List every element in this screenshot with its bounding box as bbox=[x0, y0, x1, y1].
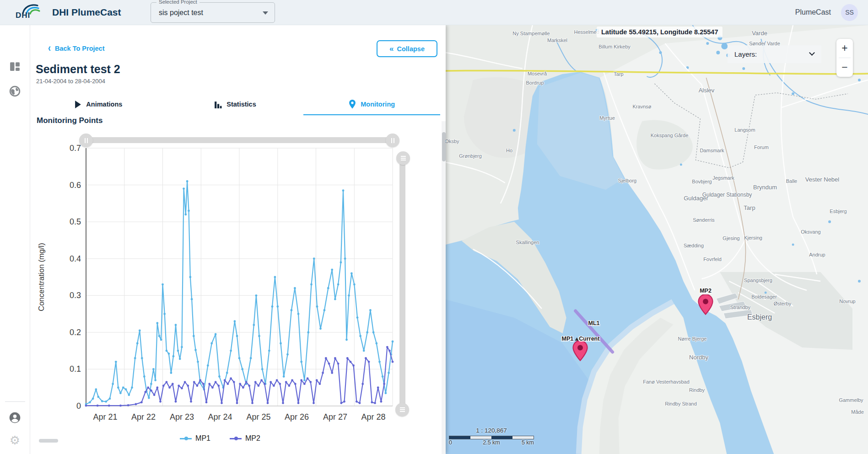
tab-label: Monitoring bbox=[361, 101, 395, 108]
zoom-in-button[interactable]: + bbox=[836, 39, 853, 58]
vertical-scrollbar-thumb[interactable] bbox=[442, 132, 446, 161]
chevron-down-icon bbox=[809, 50, 815, 56]
svg-text:Apr 22: Apr 22 bbox=[131, 412, 156, 422]
back-link-label: Back To Project bbox=[55, 45, 105, 52]
map-scale-bar: 1 : 120,867 0 2.5 km 5 km bbox=[449, 427, 534, 448]
section-title: Monitoring Points bbox=[37, 116, 102, 125]
svg-text:Apr 25: Apr 25 bbox=[246, 412, 270, 422]
tab-label: Animations bbox=[86, 101, 122, 108]
tab-bar: Animations Statistics Monitoring bbox=[30, 94, 440, 115]
account-icon[interactable] bbox=[6, 408, 24, 427]
svg-text:Apr 24: Apr 24 bbox=[208, 412, 232, 422]
legend-swatch-mp2 bbox=[230, 438, 242, 439]
chevron-left-icon: ‹ bbox=[48, 42, 51, 54]
gear-icon[interactable]: ⚙ bbox=[6, 431, 24, 449]
header-user-label: PlumeCast bbox=[795, 8, 831, 16]
svg-text:Apr 28: Apr 28 bbox=[361, 412, 386, 422]
double-chevron-left-icon: « bbox=[389, 44, 394, 53]
legend-label: MP2 bbox=[245, 434, 260, 443]
map-marker-label-mp2[interactable]: MP2 bbox=[700, 288, 712, 294]
map-pin-mp1[interactable] bbox=[572, 341, 588, 361]
collapse-label: Collapse bbox=[397, 45, 425, 53]
map-marker-label-mp1[interactable]: MP1Current bbox=[562, 336, 600, 342]
svg-text:Apr 27: Apr 27 bbox=[323, 412, 347, 422]
icon-rail: ⚙ bbox=[0, 25, 30, 454]
svg-text:0.3: 0.3 bbox=[70, 291, 81, 300]
project-select-value: sis poject test bbox=[159, 9, 203, 17]
chevron-down-icon bbox=[263, 11, 268, 15]
concentration-chart[interactable]: 00.10.20.30.40.50.60.7Apr 21Apr 22Apr 23… bbox=[30, 130, 446, 454]
app-root: DHI DHI PlumeCast Selected Project sis p… bbox=[0, 0, 868, 454]
legend-item-mp1[interactable]: MP1 bbox=[180, 434, 210, 443]
play-icon bbox=[75, 101, 81, 108]
scale-segments bbox=[449, 436, 534, 439]
map-pin-mp2[interactable] bbox=[698, 294, 713, 315]
map-zoom-control: + − bbox=[836, 39, 853, 77]
scale-tick-max: 5 km bbox=[522, 439, 534, 446]
back-to-project-link[interactable]: ‹ Back To Project bbox=[48, 43, 105, 53]
map-coordinates: Latitude 55.49215, Longitude 8.25547 bbox=[597, 27, 722, 37]
vertical-scrollbar-track[interactable] bbox=[442, 121, 446, 454]
legend-item-mp2[interactable]: MP2 bbox=[230, 434, 260, 443]
scale-ratio: 1 : 120,867 bbox=[449, 427, 534, 434]
svg-text:0: 0 bbox=[76, 401, 81, 411]
tab-statistics[interactable]: Statistics bbox=[167, 94, 304, 115]
scale-tick-mid: 2.5 km bbox=[483, 439, 500, 446]
globe-icon[interactable] bbox=[6, 82, 24, 100]
avatar[interactable]: SS bbox=[841, 4, 858, 21]
horizontal-scrollbar[interactable] bbox=[39, 439, 58, 443]
page-title: Sediment test 2 bbox=[36, 63, 120, 76]
zoom-out-button[interactable]: − bbox=[836, 58, 853, 77]
tab-animations[interactable]: Animations bbox=[30, 94, 167, 115]
svg-text:0.2: 0.2 bbox=[70, 328, 81, 337]
date-range: 21-04-2004 to 28-04-2004 bbox=[36, 78, 105, 85]
svg-text:0.6: 0.6 bbox=[70, 181, 81, 190]
tab-monitoring[interactable]: Monitoring bbox=[303, 94, 440, 115]
chart-legend: MP1 MP2 bbox=[30, 434, 410, 443]
svg-text:Apr 23: Apr 23 bbox=[170, 412, 194, 422]
svg-text:0.7: 0.7 bbox=[70, 144, 81, 153]
current-direction-icon bbox=[575, 337, 578, 341]
rail-divider bbox=[5, 401, 25, 402]
map-canvas[interactable]: Ny StampemølleMarkskelHesselmedVardeSønd… bbox=[446, 25, 868, 454]
dashboard-icon[interactable] bbox=[6, 57, 24, 75]
legend-label: MP1 bbox=[195, 434, 210, 443]
results-panel: ‹ Back To Project « Collapse Sediment te… bbox=[30, 25, 446, 454]
legend-swatch-mp1 bbox=[180, 438, 192, 439]
project-select[interactable]: Selected Project sis poject test bbox=[151, 2, 275, 23]
app-header: DHI DHI PlumeCast Selected Project sis p… bbox=[0, 0, 868, 25]
svg-text:0.5: 0.5 bbox=[70, 217, 81, 226]
svg-text:0.1: 0.1 bbox=[70, 364, 81, 374]
scale-tick-0: 0 bbox=[449, 439, 452, 446]
svg-text:Concentration (mg/l): Concentration (mg/l) bbox=[37, 243, 45, 311]
svg-text:Apr 26: Apr 26 bbox=[285, 412, 309, 422]
location-pin-icon bbox=[349, 100, 356, 109]
tab-label: Statistics bbox=[226, 101, 256, 108]
map-base-layer bbox=[446, 25, 868, 454]
dhi-logo[interactable]: DHI bbox=[13, 3, 42, 22]
svg-text:0.4: 0.4 bbox=[70, 254, 81, 263]
layers-label: Layers: bbox=[734, 50, 757, 58]
svg-text:Apr 21: Apr 21 bbox=[93, 412, 117, 422]
collapse-button[interactable]: « Collapse bbox=[377, 40, 437, 57]
map-marker-label-ml1[interactable]: ML1 bbox=[588, 320, 600, 326]
logo-text: DHI bbox=[16, 11, 30, 20]
project-select-label: Selected Project bbox=[156, 0, 199, 5]
bar-chart-icon bbox=[214, 101, 222, 108]
app-title: DHI PlumeCast bbox=[52, 7, 121, 18]
layers-select[interactable]: Layers: bbox=[728, 45, 821, 63]
